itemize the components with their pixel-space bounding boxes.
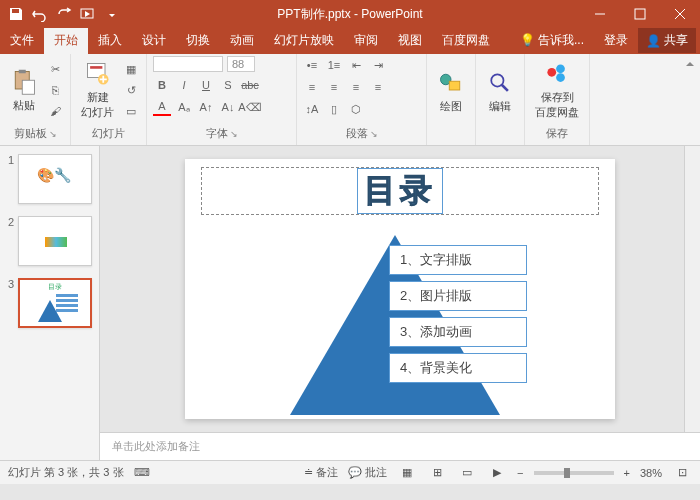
title-placeholder[interactable]: 目录 <box>201 167 599 215</box>
share-button[interactable]: 👤共享 <box>638 28 696 53</box>
new-slide-label: 新建 幻灯片 <box>81 90 114 120</box>
section-icon[interactable]: ▭ <box>122 102 140 120</box>
reading-view-icon[interactable]: ▭ <box>457 464 477 482</box>
thumbnail-item[interactable]: 3 目录 <box>4 278 95 328</box>
increase-font-icon[interactable]: A↑ <box>197 98 215 116</box>
normal-view-icon[interactable]: ▦ <box>397 464 417 482</box>
bold-button[interactable]: B <box>153 76 171 94</box>
notes-pane[interactable]: 单击此处添加备注 <box>100 432 700 460</box>
bullets-icon[interactable]: •≡ <box>303 56 321 74</box>
tab-animations[interactable]: 动画 <box>220 27 264 54</box>
toc-item[interactable]: 3、添加动画 <box>389 317 527 347</box>
align-text-icon[interactable]: ▯ <box>325 100 343 118</box>
tab-transitions[interactable]: 切换 <box>176 27 220 54</box>
align-left-icon[interactable]: ≡ <box>303 78 321 96</box>
tab-slideshow[interactable]: 幻灯片放映 <box>264 27 344 54</box>
start-from-beginning-icon[interactable] <box>80 6 96 22</box>
thumbnail-preview: 🎨🔧 <box>18 154 92 204</box>
svg-point-12 <box>556 64 565 73</box>
indent-decrease-icon[interactable]: ⇤ <box>347 56 365 74</box>
editing-label: 编辑 <box>489 99 511 114</box>
clear-format-icon[interactable]: A⌫ <box>241 98 259 116</box>
collapse-ribbon-icon[interactable] <box>680 54 700 145</box>
tab-view[interactable]: 视图 <box>388 27 432 54</box>
toc-item[interactable]: 1、文字排版 <box>389 245 527 275</box>
editing-button[interactable]: 编辑 <box>482 67 518 116</box>
slide-canvas-area[interactable]: 目录 1、文字排版 2、图片排版 3、添加动画 4、背景美化 <box>100 146 700 432</box>
font-family-selector[interactable] <box>153 56 223 72</box>
reset-icon[interactable]: ↺ <box>122 81 140 99</box>
ribbon-group-paragraph: •≡ 1≡ ⇤ ⇥ ≡ ≡ ≡ ≡ ↕A ▯ ⬡ 段落↘ <box>297 54 427 145</box>
strikethrough-button[interactable]: abc <box>241 76 259 94</box>
tab-design[interactable]: 设计 <box>132 27 176 54</box>
zoom-level[interactable]: 38% <box>640 467 662 479</box>
paste-button[interactable]: 粘贴 <box>6 66 42 115</box>
font-size-selector[interactable]: 88 <box>227 56 255 72</box>
justify-icon[interactable]: ≡ <box>369 78 387 96</box>
shadow-button[interactable]: S <box>219 76 237 94</box>
layout-icon[interactable]: ▦ <box>122 60 140 78</box>
ribbon-group-clipboard: 粘贴 ✂ ⎘ 🖌 剪贴板↘ <box>0 54 71 145</box>
zoom-slider[interactable] <box>534 471 614 475</box>
toc-item[interactable]: 2、图片排版 <box>389 281 527 311</box>
align-center-icon[interactable]: ≡ <box>325 78 343 96</box>
redo-icon[interactable] <box>56 6 72 22</box>
save-baidu-button[interactable]: 保存到 百度网盘 <box>531 58 583 122</box>
close-button[interactable] <box>660 0 700 28</box>
text-direction-icon[interactable]: ↕A <box>303 100 321 118</box>
save-icon[interactable] <box>8 6 24 22</box>
tell-me[interactable]: 💡 告诉我... <box>510 27 594 54</box>
language-indicator[interactable]: ⌨ <box>134 466 150 479</box>
tab-home[interactable]: 开始 <box>44 27 88 54</box>
sorter-view-icon[interactable]: ⊞ <box>427 464 447 482</box>
quick-access-toolbar <box>0 6 120 22</box>
comments-toggle[interactable]: 💬 批注 <box>348 465 387 480</box>
toc-item[interactable]: 4、背景美化 <box>389 353 527 383</box>
window-title: PPT制作.pptx - PowerPoint <box>277 6 422 23</box>
italic-button[interactable]: I <box>175 76 193 94</box>
smartart-icon[interactable]: ⬡ <box>347 100 365 118</box>
undo-icon[interactable] <box>32 6 48 22</box>
tab-insert[interactable]: 插入 <box>88 27 132 54</box>
cut-icon[interactable]: ✂ <box>46 60 64 78</box>
copy-icon[interactable]: ⎘ <box>46 81 64 99</box>
thumbnail-item[interactable]: 1 🎨🔧 <box>4 154 95 204</box>
font-color-button[interactable]: A <box>153 98 171 116</box>
svg-rect-4 <box>22 80 34 94</box>
align-right-icon[interactable]: ≡ <box>347 78 365 96</box>
save-group-label: 保存 <box>546 126 568 141</box>
slideshow-view-icon[interactable]: ▶ <box>487 464 507 482</box>
minimize-button[interactable] <box>580 0 620 28</box>
tab-baidu[interactable]: 百度网盘 <box>432 27 500 54</box>
new-slide-button[interactable]: 新建 幻灯片 <box>77 58 118 122</box>
underline-button[interactable]: U <box>197 76 215 94</box>
drawing-button[interactable]: 绘图 <box>433 67 469 116</box>
thumbnail-item[interactable]: 2 <box>4 216 95 266</box>
zoom-out-button[interactable]: − <box>517 467 523 479</box>
signin-link[interactable]: 登录 <box>594 27 638 54</box>
dialog-launcher-icon[interactable]: ↘ <box>370 129 378 139</box>
tab-file[interactable]: 文件 <box>0 27 44 54</box>
share-label: 共享 <box>664 32 688 49</box>
format-painter-icon[interactable]: 🖌 <box>46 102 64 120</box>
char-spacing-icon[interactable]: Aₐ <box>175 98 193 116</box>
maximize-button[interactable] <box>620 0 660 28</box>
workspace: 1 🎨🔧 2 3 目录 <box>0 146 700 460</box>
notes-toggle[interactable]: ≐ 备注 <box>304 465 338 480</box>
svg-rect-1 <box>635 9 645 19</box>
dialog-launcher-icon[interactable]: ↘ <box>49 129 57 139</box>
thumbnail-preview <box>18 216 92 266</box>
indent-increase-icon[interactable]: ⇥ <box>369 56 387 74</box>
qat-dropdown-icon[interactable] <box>104 6 120 22</box>
svg-rect-9 <box>449 81 460 90</box>
decrease-font-icon[interactable]: A↓ <box>219 98 237 116</box>
zoom-in-button[interactable]: + <box>624 467 630 479</box>
vertical-scrollbar[interactable] <box>684 146 700 432</box>
numbering-icon[interactable]: 1≡ <box>325 56 343 74</box>
dialog-launcher-icon[interactable]: ↘ <box>230 129 238 139</box>
tab-review[interactable]: 审阅 <box>344 27 388 54</box>
thumbnail-number: 2 <box>4 216 14 266</box>
titlebar: PPT制作.pptx - PowerPoint <box>0 0 700 28</box>
fit-to-window-icon[interactable]: ⊡ <box>672 464 692 482</box>
slide-counter: 幻灯片 第 3 张，共 3 张 <box>8 465 124 480</box>
